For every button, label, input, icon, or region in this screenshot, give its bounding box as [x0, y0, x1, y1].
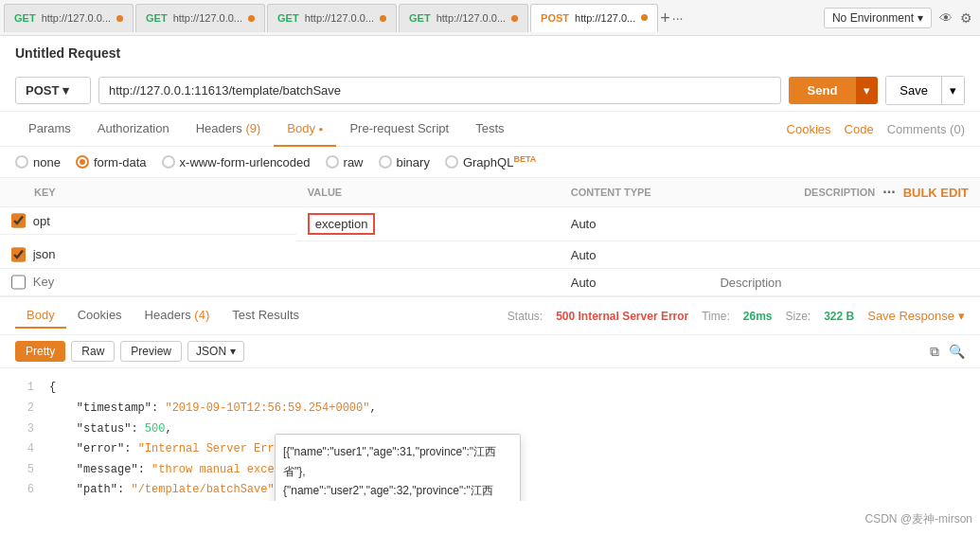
tab-tests[interactable]: Tests [462, 112, 517, 147]
row3-value-input[interactable] [308, 276, 548, 290]
method-label: POST [26, 83, 59, 98]
row3-checkbox[interactable] [11, 275, 26, 290]
radio-form-data-circle [76, 155, 89, 169]
search-button[interactable]: 🔍 [949, 344, 965, 360]
radio-none-circle [15, 155, 28, 169]
resp-tab-headers[interactable]: Headers (4) [134, 303, 222, 329]
response-bar: Body Cookies Headers (4) Test Results St… [0, 296, 980, 335]
tab3-dot [380, 15, 386, 22]
tab-bar: GET http://127.0.0... GET http://127.0.0… [0, 0, 980, 36]
tab1-method: GET [14, 12, 36, 24]
row3-content-type: Auto [571, 276, 597, 290]
tab3-method: GET [277, 12, 299, 24]
request-tab-2[interactable]: GET http://127.0.0... [135, 4, 265, 32]
resp-tab-cookies[interactable]: Cookies [66, 303, 134, 329]
pretty-button[interactable]: Pretty [15, 341, 65, 362]
status-value: 500 Internal Server Error [556, 310, 688, 323]
row2-key-input[interactable] [33, 247, 285, 261]
table-row: Auto [0, 241, 980, 269]
row1-desc-input[interactable] [720, 217, 969, 231]
cookies-link[interactable]: Cookies [787, 122, 831, 136]
radio-raw[interactable]: raw [326, 155, 364, 169]
code-line-1: 1 { [15, 378, 965, 399]
resp-tab-test-results[interactable]: Test Results [221, 303, 311, 329]
table-row: Auto [0, 269, 980, 296]
row2-value-input[interactable] [308, 248, 548, 262]
size-label: Size: [786, 310, 811, 323]
radio-x-www-circle [162, 155, 175, 169]
format-actions: ⧉ 🔍 [930, 344, 965, 360]
save-response-button[interactable]: Save Response ▾ [867, 309, 965, 323]
radio-binary-circle [379, 155, 392, 169]
row3-key-input[interactable] [33, 275, 285, 289]
radio-form-data[interactable]: form-data [76, 155, 147, 169]
tab5-method: POST [541, 12, 569, 24]
format-chevron-icon: ▾ [230, 345, 236, 358]
size-value: 322 B [824, 310, 854, 323]
code-link[interactable]: Code [845, 122, 874, 136]
row1-value[interactable]: exception [308, 213, 376, 235]
raw-button[interactable]: Raw [71, 341, 115, 362]
form-data-section: KEY VALUE CONTENT TYPE DESCRIPTION ··· B… [0, 178, 980, 296]
environment-label: No Environment [832, 11, 914, 25]
send-button[interactable]: Send [789, 77, 857, 104]
radio-none[interactable]: none [15, 155, 61, 169]
radio-raw-circle [326, 155, 339, 169]
save-dropdown-button[interactable]: ▾ [942, 76, 965, 105]
format-bar: Pretty Raw Preview JSON ▾ ⧉ 🔍 [0, 335, 980, 368]
save-button[interactable]: Save [885, 76, 942, 105]
response-tabs: Body Cookies Headers (4) Test Results [15, 303, 311, 329]
row2-desc-input[interactable] [720, 248, 969, 262]
request-tab-1[interactable]: GET http://127.0.0... [4, 4, 134, 32]
row1-checkbox[interactable] [11, 213, 26, 228]
more-options-icon[interactable]: ··· [882, 184, 895, 201]
tab4-method: GET [409, 12, 431, 24]
radio-x-www[interactable]: x-www-form-urlencoded [162, 155, 311, 169]
body-dot: ● [319, 125, 324, 134]
tab4-url: http://127.0.0... [437, 12, 506, 24]
row2-checkbox[interactable] [11, 247, 26, 262]
table-row: exception Auto [0, 207, 980, 241]
tab2-method: GET [146, 12, 168, 24]
url-input[interactable] [98, 77, 781, 104]
radio-binary[interactable]: binary [379, 155, 430, 169]
request-tab-4[interactable]: GET http://127.0.0... [399, 4, 528, 32]
tab-headers[interactable]: Headers (9) [183, 112, 275, 147]
bulk-edit-button[interactable]: Bulk Edit [903, 186, 969, 200]
method-chevron-icon: ▾ [62, 83, 69, 98]
format-label: JSON [196, 345, 226, 358]
tab-body[interactable]: Body ● [274, 112, 336, 147]
send-dropdown-button[interactable]: ▾ [856, 77, 878, 104]
new-tab-button[interactable]: + [660, 9, 670, 27]
resp-headers-badge: (4) [194, 308, 209, 322]
save-response-label: Save Response [867, 309, 954, 323]
preview-button[interactable]: Preview [120, 341, 182, 362]
more-tabs-button[interactable]: ··· [672, 10, 684, 26]
copy-button[interactable]: ⧉ [930, 344, 939, 360]
eye-button[interactable]: 👁 [939, 10, 953, 26]
row3-desc-input[interactable] [720, 276, 969, 290]
environment-selector[interactable]: No Environment ▾ [824, 8, 932, 28]
settings-button[interactable]: ⚙ [960, 10, 972, 26]
request-tab-5[interactable]: POST http://127.0... [530, 4, 658, 32]
format-selector[interactable]: JSON ▾ [187, 341, 244, 362]
send-btn-group: Send ▾ [789, 77, 879, 104]
method-selector[interactable]: POST ▾ [15, 77, 91, 104]
save-response-chevron-icon: ▾ [958, 309, 965, 323]
status-label: Status: [508, 310, 543, 323]
tab2-dot [248, 15, 255, 22]
col-value: VALUE [296, 178, 560, 207]
time-label: Time: [702, 310, 730, 323]
resp-tab-body[interactable]: Body [15, 303, 66, 329]
tab5-url: http://127.0... [575, 12, 635, 24]
radio-graphql[interactable]: GraphQLBETA [445, 154, 536, 169]
tab1-url: http://127.0.0... [42, 12, 111, 24]
request-tab-3[interactable]: GET http://127.0.0... [267, 4, 397, 32]
tab-authorization[interactable]: Authorization [84, 112, 183, 147]
tab-params[interactable]: Params [15, 112, 84, 147]
nav-tabs: Params Authorization Headers (9) Body ● … [0, 112, 980, 147]
tab-prerequest[interactable]: Pre-request Script [336, 112, 462, 147]
comments-link[interactable]: Comments (0) [887, 122, 965, 136]
col-description: DESCRIPTION ··· Bulk Edit [708, 178, 980, 207]
row1-key-input[interactable] [33, 214, 285, 228]
